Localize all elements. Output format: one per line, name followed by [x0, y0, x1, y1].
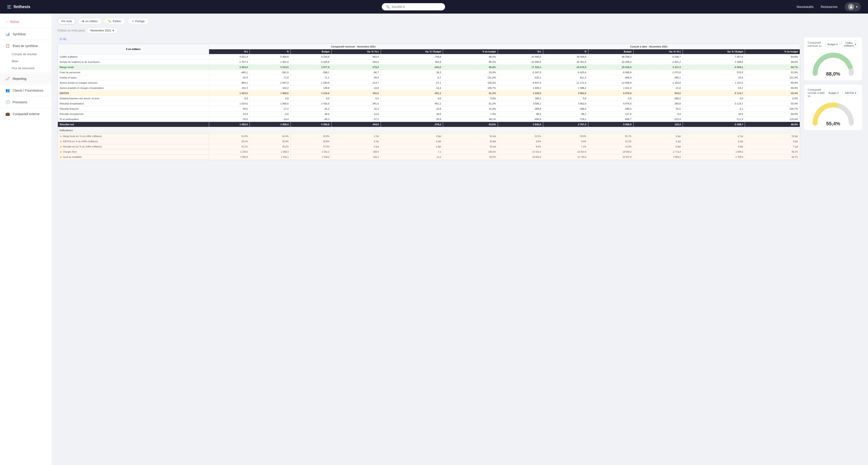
row-cell: -11 171,4 — [543, 80, 588, 86]
edition-icon: ✏️ — [108, 20, 112, 23]
table-row: Autres achats et charges externes-884,2-… — [58, 80, 800, 86]
sidebar-item-comparatif-label: Comparatif externe — [13, 112, 39, 116]
row-cell: 109,7% — [443, 86, 498, 91]
sidebar-item-comparatif[interactable]: 💼 Comparatif externe — [0, 109, 52, 119]
row-label: Autres achats et charges externes — [58, 80, 209, 86]
indicator-cell: 64,4% — [250, 134, 291, 139]
row-cell: 1 483,5 — [209, 122, 250, 127]
btn-partage[interactable]: ↗ Partage — [128, 18, 149, 24]
row-cell: 1 928,4 — [250, 122, 291, 127]
row-cell: -0,6 — [250, 112, 291, 117]
btn-edition[interactable]: ✏️ Édition — [104, 18, 125, 24]
row-cell: 4 621,4 — [209, 54, 250, 59]
sidebar-item-flux[interactable]: Flux de trésorerie — [0, 65, 52, 72]
row-label: Frais de personnel — [58, 70, 209, 75]
nav-ressources[interactable]: Ressources — [821, 5, 837, 8]
row-cell: 105,5% — [443, 80, 498, 86]
row-cell: 83,6% — [443, 122, 498, 127]
sidebar-item-bilan[interactable]: Bilan — [0, 58, 52, 65]
sidebar-item-etats[interactable]: 📋 États de synthèse — [0, 41, 52, 51]
back-button[interactable]: ← Retour — [0, 18, 25, 27]
clients-icon: 👥 — [5, 88, 10, 92]
sidebar-divider-6 — [0, 108, 52, 108]
sidebar-item-previsions[interactable]: 🕐 Previsions — [0, 97, 52, 107]
row-cell: -111,4 — [683, 117, 745, 122]
row-cell: 0,0 — [381, 96, 443, 101]
gauge1-select2[interactable]: Chiffre d'affaires ▾ — [842, 41, 859, 48]
indicator-cell: -0,9pt — [633, 144, 683, 149]
avatar-button[interactable]: ▾ — [845, 2, 861, 11]
avatar-chevron: ▾ — [856, 5, 858, 8]
indicator-cell: 100,5% — [443, 149, 498, 154]
row-cell: 265,8 — [633, 101, 683, 106]
sidebar-item-compte[interactable]: Compte de résultat — [0, 51, 52, 58]
row-cell: -525,1 — [498, 75, 543, 80]
indicator-cell: 53,0pt — [745, 134, 800, 139]
indicators-section-header: Indicateurs — [58, 127, 800, 134]
gauge2-select1-label: Budget — [829, 92, 836, 94]
row-cell: 634,0 — [633, 91, 683, 96]
gauge2-select2[interactable]: EBITDA ▾ — [842, 91, 859, 95]
indicator-cell: 3,1pt — [331, 144, 381, 149]
row-cell: 3 862,0 — [543, 91, 588, 96]
indicator-cell: -1 568,3 — [250, 149, 291, 154]
row-cell: 88,0% — [443, 54, 498, 59]
tag-icon: 🏷 — [60, 37, 62, 41]
indicator-row: Résultat net (en % du chiffre d'affaires… — [58, 144, 800, 149]
row-cell: 1 641,3 — [588, 86, 633, 91]
indicator-cell: 443,3 — [331, 154, 381, 160]
gauge-card-1: Comparatif mensuel vs Budget ▾ Chiffre d… — [804, 37, 863, 81]
row-cell: -32,4 — [209, 75, 250, 80]
indicator-cell: 31 739,0 — [543, 154, 588, 160]
row-cell: 69,0% — [745, 112, 800, 117]
gauge-card-2-header: Comparatif cumulé à date vs Budget ▾ EBI… — [808, 88, 859, 98]
row-label: Résultat exceptionnel — [58, 112, 209, 117]
gauge1-select1[interactable]: Budget ▾ — [825, 41, 840, 48]
col-c-n: N — [543, 49, 588, 54]
row-cell: 0,0 — [250, 96, 291, 101]
indicator-label: Résultat net (en % du chiffre d'affaires… — [58, 144, 209, 149]
table-row: Résultat financier-49,5-17,2-41,232,323,… — [58, 106, 800, 112]
gauge2-select1[interactable]: Budget ▾ — [826, 91, 841, 95]
indicator-cell: -1 561,2 — [290, 149, 331, 154]
gauge2-select1-chevron: ▾ — [837, 92, 839, 94]
row-cell: -3 188,7 — [683, 122, 745, 127]
sidebar-item-clients[interactable]: 👥 Clients / Fournisseurs — [0, 86, 52, 95]
row-cell: 2 416,6 — [290, 91, 331, 96]
right-panel: Comparatif mensuel vs Budget ▾ Chiffre d… — [804, 37, 863, 160]
btn-en-milliers[interactable]: en milliers — [79, 18, 101, 24]
row-cell: 14,4 — [381, 86, 443, 91]
pivot-value-text: Novembre 2021 — [90, 29, 112, 32]
indicator-cell: -16 814,9 — [543, 149, 588, 154]
row-label: Autres produits et charges d'exploitatio… — [58, 86, 209, 91]
row-label: EBITDA — [58, 91, 209, 96]
gauge2-select2-label: EBITDA — [845, 92, 854, 94]
sidebar-item-reporting[interactable]: 📈 Reporting — [0, 74, 52, 83]
row-cell: 96,8% — [745, 86, 800, 91]
nav-nouveautes[interactable]: Nouveautés — [797, 5, 813, 8]
indicator-cell: 38,8% — [290, 139, 331, 144]
row-cell: 3 862,0 — [543, 101, 588, 106]
col-c-vnb: Var. N / Budget — [683, 49, 745, 54]
row-cell: -6 990,9 — [588, 70, 633, 75]
logo-bar-1 — [7, 5, 11, 6]
row-cell: 3 228,0 — [498, 91, 543, 96]
row-cell: -2 255,8 — [290, 59, 331, 65]
row-cell: -96,7 — [331, 70, 381, 75]
search-input[interactable] — [392, 5, 441, 8]
indicator-cell: -338,9 — [331, 149, 381, 154]
row-cell: -5 347,9 — [498, 70, 543, 75]
logo-icon — [7, 5, 11, 8]
sidebar-item-synthese[interactable]: 📊 Synthèse — [0, 29, 52, 39]
gauge2-title: Comparatif cumulé à date vs — [808, 88, 826, 98]
row-cell: -41,2 — [290, 106, 331, 112]
pivot-value-btn[interactable]: Novembre 2021 ▾ — [87, 28, 118, 33]
monthly-group-header: Comparatif mensuel - Novembre 2021 — [209, 44, 498, 49]
col-m-bud: Budget — [290, 49, 331, 54]
col-m-vnn1: Var. N / N-1 — [331, 49, 381, 54]
col-m-n1: N-1 — [209, 49, 250, 54]
row-cell: -718,2 — [543, 117, 588, 122]
row-cell: 2 642,0 — [498, 122, 543, 127]
btn-par-mois[interactable]: Par mois — [57, 18, 76, 24]
col-m-pct: % du budget — [443, 49, 498, 54]
